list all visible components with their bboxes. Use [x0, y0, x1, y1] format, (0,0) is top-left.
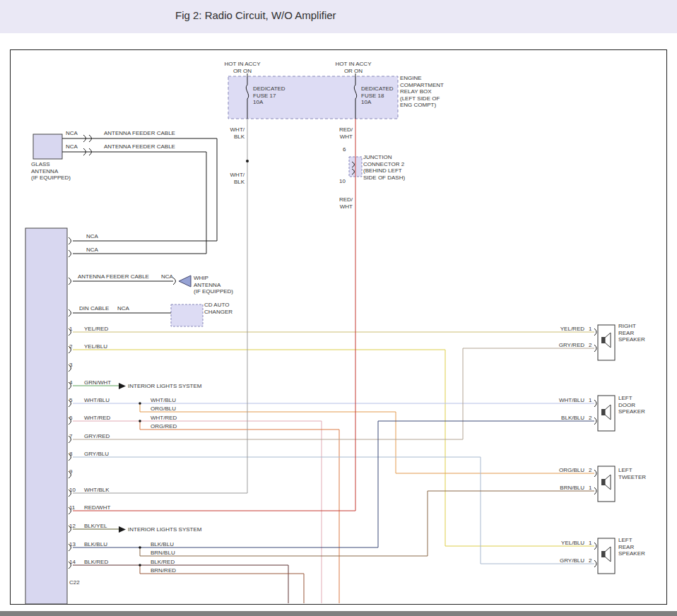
nca-label-2: NCA [66, 143, 78, 150]
pin-number: 12 [69, 523, 76, 530]
wire-branch-label: BRN/RED [151, 567, 176, 574]
radio-unit-box [25, 228, 67, 604]
pin-wire-label: WHT/BLK [84, 487, 110, 494]
hot-in-accy-label-1: HOT IN ACCY OR ON [223, 61, 261, 74]
pin-number: 3 [69, 362, 72, 369]
fuse-17-label: DEDICATED FUSE 17 10A [253, 85, 285, 106]
cd-changer-label: CD AUTO CHANGER [204, 302, 232, 315]
interior-lights-label-1: INTERIOR LIGHTS SYSTEM [128, 383, 201, 390]
speaker-wire-label: ORG/BLU [544, 467, 584, 474]
pin-number: 11 [69, 504, 75, 511]
pin-number: 10 [69, 487, 76, 494]
cd-changer-box [171, 304, 203, 326]
speaker-pin-number: 2 [589, 415, 591, 422]
speaker-wire-label: YEL/BLU [544, 540, 584, 547]
hot-in-accy-label-2: HOT IN ACCY OR ON [334, 61, 372, 74]
speaker-pin-number: 2 [589, 342, 591, 349]
pin-number: 5 [69, 397, 72, 404]
speaker-pin-number: 2 [589, 467, 591, 474]
din-cable-label: DIN CABLE [79, 305, 109, 312]
speaker-wire-label: YEL/RED [544, 326, 584, 333]
wire-branch-label: BRN/BLU [151, 550, 175, 557]
nca-label-4: NCA [86, 247, 98, 254]
speaker-icon-left-rear [598, 538, 615, 574]
junction-connector-label: JUNCTION CONNECTOR 2 (BEHIND LEFT SIDE O… [363, 154, 405, 181]
speaker-name-right-rear: RIGHT REAR SPEAKER [618, 323, 645, 343]
speaker-pin-number: 1 [589, 397, 591, 404]
speaker-icon-left-door [598, 396, 615, 431]
junction-pin-6: 6 [343, 146, 346, 153]
wire-continuation-label: WHT/BLU [151, 397, 176, 404]
speaker-icon-right-rear [598, 325, 615, 360]
antenna-feeder-label-3: ANTENNA FEEDER CABLE [78, 273, 149, 280]
speaker-wire-label: BRN/BLU [544, 485, 584, 492]
relay-box-label: ENGINE COMPARTMENT RELAY BOX (LEFT SIDE … [400, 75, 444, 109]
junction-pin-10: 10 [339, 178, 346, 185]
speaker-pin-number: 2 [589, 557, 591, 564]
radio-connector-id: C22 [69, 579, 80, 586]
pin-number: 4 [69, 379, 72, 386]
pin-wire-label: WHT/BLU [84, 397, 110, 404]
speaker-pin-number: 1 [589, 540, 591, 547]
wire-branch-label: ORG/BLU [151, 405, 176, 413]
pin-wire-label: YEL/BLU [84, 343, 107, 350]
wire-continuation-label: WHT/RED [151, 415, 177, 422]
wire-continuation-label: BLK/RED [151, 559, 175, 566]
speaker-pin-number: 1 [589, 326, 591, 333]
pin-number: 13 [69, 541, 76, 548]
pin-wire-label: BLK/BLU [84, 541, 107, 548]
speaker-name-left-door: LEFT DOOR SPEAKER [618, 395, 645, 415]
nca-label-6: NCA [117, 305, 129, 312]
wht-blk-label-lower: WHT/ BLK [225, 172, 245, 185]
fuse-18-label: DEDICATED FUSE 18 10A [361, 85, 394, 106]
nca-label-1: NCA [66, 130, 78, 137]
pin-number: 6 [69, 415, 72, 422]
antenna-feeder-label-1: ANTENNA FEEDER CABLE [104, 130, 175, 137]
speaker-icon-left-tweeter [598, 466, 615, 502]
speaker-wire-label: GRY/BLU [544, 557, 584, 564]
pin-number: 14 [69, 559, 76, 566]
antenna-feeder-label-2: ANTENNA FEEDER CABLE [104, 143, 175, 150]
pin-wire-label: BLK/RED [84, 559, 108, 566]
speaker-name-left-rear: LEFT REAR SPEAKER [618, 537, 645, 557]
pin-number: 9 [69, 468, 72, 475]
interior-lights-label-2: INTERIOR LIGHTS SYSTEM [128, 526, 201, 533]
pin-wire-label: BLK/YEL [84, 523, 107, 530]
pin-number: 2 [69, 343, 72, 350]
pin-wire-label: RED/WHT [84, 504, 110, 511]
wht-blk-label-upper: WHT/ BLK [225, 126, 245, 140]
nca-label-3: NCA [86, 233, 98, 240]
pin-wire-label: GRY/BLU [84, 451, 109, 458]
wire-continuation-label: BLK/BLU [151, 541, 174, 548]
speaker-pin-number: 1 [589, 485, 591, 492]
pin-wire-label: GRY/RED [84, 433, 110, 440]
pin-wire-label: WHT/RED [84, 415, 110, 422]
pin-number: 1 [69, 326, 72, 333]
speaker-wire-label: BLK/BLU [544, 415, 584, 422]
whip-antenna-label: WHIP ANTENNA (IF EQUIPPED) [194, 275, 233, 295]
glass-antenna-label: GLASS ANTENNA (IF EQUIPPED) [31, 161, 71, 182]
pin-number: 7 [69, 433, 72, 440]
red-wht-label-lower: RED/ WHT [333, 196, 353, 210]
speaker-wire-label: GRY/RED [544, 342, 584, 349]
nca-label-5: NCA [161, 273, 173, 280]
glass-antenna-box [33, 134, 62, 159]
pin-number: 8 [69, 451, 72, 458]
pin-wire-label: GRN/WHT [84, 379, 111, 386]
bottom-window-edge [0, 611, 677, 616]
speaker-wire-label: WHT/BLU [544, 397, 584, 404]
red-wht-label-upper: RED/ WHT [333, 126, 353, 140]
wire-branch-label: ORG/RED [151, 423, 177, 430]
pin-wire-label: YEL/RED [84, 326, 108, 333]
speaker-name-left-tweeter: LEFT TWEETER [618, 467, 646, 480]
